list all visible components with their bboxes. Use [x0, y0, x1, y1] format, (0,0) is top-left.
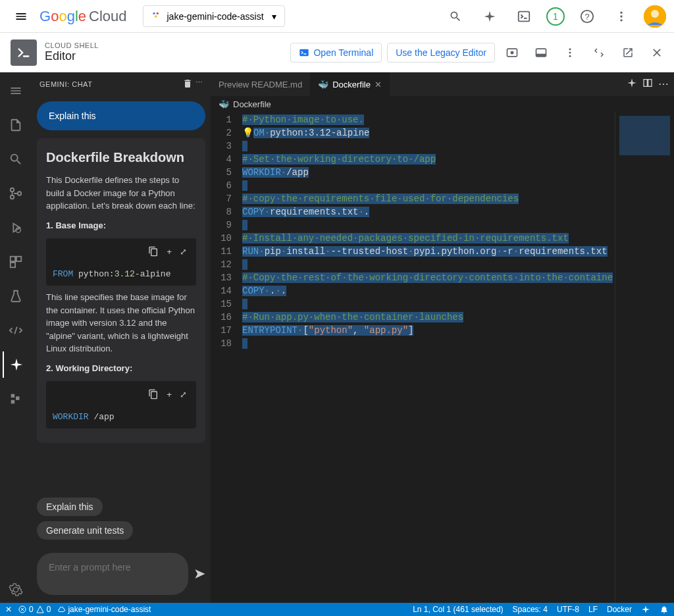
flask-icon[interactable]: [3, 283, 29, 309]
search-icon[interactable]: [444, 5, 467, 28]
close-tab-icon[interactable]: ✕: [375, 80, 382, 90]
svg-point-13: [511, 51, 514, 54]
section1-title: 1. Base Image:: [46, 220, 106, 230]
swap-icon[interactable]: [587, 41, 611, 64]
cloud-shell-icon[interactable]: [512, 5, 536, 28]
help-icon[interactable]: ?: [575, 5, 599, 28]
panel-icon[interactable]: [529, 41, 553, 64]
hamburger-menu[interactable]: [8, 3, 34, 30]
prompt-input[interactable]: [37, 553, 188, 595]
code-block-1: + ⤢ FROM python:3.12-alpine: [46, 238, 196, 286]
extensions-icon[interactable]: [3, 249, 29, 275]
editor-main: Preview README.md 🐳 Dockerfile ✕ ⋯ 🐳 Doc…: [211, 72, 674, 603]
more-tabs-icon[interactable]: ⋯: [658, 78, 669, 91]
svg-rect-23: [11, 257, 15, 261]
code-editor[interactable]: 123456789101112131415161718 #·Python·ima…: [211, 112, 674, 603]
open-new-icon[interactable]: [616, 41, 640, 64]
source-control-icon[interactable]: [3, 180, 29, 207]
remote-indicator[interactable]: ✕: [5, 605, 12, 614]
svg-point-20: [11, 195, 14, 199]
svg-point-17: [569, 51, 571, 53]
shell-header: CLOUD SHELL Editor Open Terminal Use the…: [0, 33, 674, 72]
breadcrumb[interactable]: 🐳 Dockerfile: [211, 96, 674, 112]
notifications-icon[interactable]: [660, 605, 669, 614]
copy-code-icon[interactable]: [148, 246, 159, 261]
gemini-icon[interactable]: [3, 351, 29, 378]
shell-subtitle: CLOUD SHELL: [45, 41, 99, 49]
tab-readme[interactable]: Preview README.md: [211, 72, 310, 96]
gemini-sparkle-icon[interactable]: [478, 5, 502, 28]
svg-rect-29: [644, 80, 647, 87]
activity-menu-icon[interactable]: [3, 78, 29, 104]
insert-code-icon[interactable]: +: [167, 389, 172, 404]
minimap[interactable]: [615, 112, 674, 603]
svg-point-7: [620, 15, 622, 17]
more-icon[interactable]: [609, 5, 633, 28]
suggestion-explain[interactable]: Explain this: [37, 498, 103, 516]
section2-title: 2. Working Directory:: [46, 363, 132, 373]
svg-point-16: [569, 48, 571, 50]
expand-code-icon[interactable]: ⤢: [180, 246, 187, 261]
assistant-response: Dockerfile Breakdown This Dockerfile def…: [37, 138, 205, 443]
project-selector[interactable]: jake-gemini-code-assist ▾: [143, 5, 285, 27]
suggestion-tests[interactable]: Generate unit tests: [37, 521, 133, 540]
notifications-badge[interactable]: 1: [546, 7, 565, 26]
svg-point-21: [18, 192, 22, 195]
preview-icon[interactable]: [500, 41, 524, 64]
svg-point-18: [569, 55, 571, 57]
svg-rect-24: [16, 257, 21, 261]
project-name: jake-gemini-code-assist: [167, 11, 264, 22]
more-vert-icon[interactable]: [558, 41, 582, 64]
open-terminal-button[interactable]: Open Terminal: [290, 43, 382, 63]
cursor-position[interactable]: Ln 1, Col 1 (461 selected): [413, 605, 503, 614]
explorer-icon[interactable]: [3, 112, 29, 138]
search-panel-icon[interactable]: [3, 146, 29, 172]
line-gutter: 123456789101112131415161718: [211, 112, 242, 603]
google-cloud-logo[interactable]: Google Cloud: [39, 8, 127, 25]
close-icon[interactable]: [645, 41, 669, 64]
svg-rect-30: [648, 80, 652, 87]
chat-body: Explain this Dockerfile Breakdown This D…: [32, 96, 211, 490]
more-chat-icon[interactable]: ⋯: [195, 78, 203, 90]
terraform-icon[interactable]: [3, 386, 29, 412]
svg-point-1: [156, 13, 158, 14]
user-avatar[interactable]: [644, 5, 666, 28]
response-intro: This Dockerfile defines the steps to bui…: [46, 174, 196, 213]
tab-dockerfile[interactable]: 🐳 Dockerfile ✕: [310, 72, 390, 96]
response-title: Dockerfile Breakdown: [46, 147, 196, 167]
eol-indicator[interactable]: LF: [588, 605, 598, 614]
problems-indicator[interactable]: 0 0: [18, 605, 51, 614]
code-block-2: + ⤢ WORKDIR /app: [46, 381, 196, 428]
status-project[interactable]: jake-gemini-code-assist: [57, 605, 151, 614]
svg-rect-3: [519, 11, 530, 21]
delete-chat-icon[interactable]: [182, 78, 193, 90]
docker-breadcrumb-icon: 🐳: [219, 99, 229, 109]
prompt-row: ➤: [32, 545, 211, 603]
svg-point-2: [155, 15, 157, 17]
split-editor-icon[interactable]: [642, 78, 653, 91]
svg-point-19: [11, 188, 14, 192]
debug-icon[interactable]: [3, 215, 29, 241]
gemini-tab-icon[interactable]: [627, 78, 637, 91]
insert-code-icon[interactable]: +: [167, 246, 172, 261]
legacy-editor-button[interactable]: Use the Legacy Editor: [387, 43, 495, 63]
status-bar: ✕ 0 0 jake-gemini-code-assist Ln 1, Col …: [0, 603, 674, 616]
code-content[interactable]: #·Python·image·to·use.💡OM·python:3.12-al…: [242, 112, 615, 603]
svg-point-8: [620, 19, 622, 21]
expand-code-icon[interactable]: ⤢: [180, 389, 187, 404]
activity-bar: [0, 72, 32, 603]
svg-rect-26: [11, 394, 15, 398]
svg-rect-25: [11, 263, 15, 267]
encoding-indicator[interactable]: UTF-8: [557, 605, 579, 614]
copy-code-icon[interactable]: [148, 389, 159, 404]
settings-gear-icon[interactable]: [3, 577, 29, 603]
svg-rect-28: [11, 400, 15, 404]
indent-indicator[interactable]: Spaces: 4: [513, 605, 548, 614]
shell-logo-icon: [11, 39, 37, 66]
docker-file-icon: 🐳: [318, 80, 328, 90]
cloud-code-icon[interactable]: [3, 317, 29, 344]
language-indicator[interactable]: Docker: [607, 605, 632, 614]
status-gemini-icon[interactable]: [641, 605, 650, 614]
send-button[interactable]: ➤: [194, 565, 205, 582]
section1-body: This line specifies the base image for t…: [46, 291, 196, 355]
